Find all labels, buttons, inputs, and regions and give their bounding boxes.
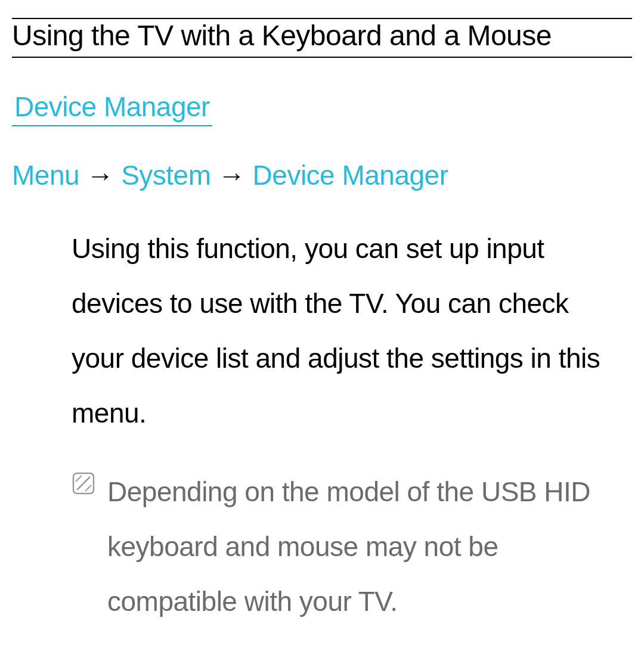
manual-page: Using the TV with a Keyboard and a Mouse… [0,0,644,658]
breadcrumb-system[interactable]: System [121,160,210,191]
arrow-right-icon: → [218,160,246,191]
page-title: Using the TV with a Keyboard and a Mouse [12,20,632,52]
note-row: Depending on the model of the USB HID ke… [72,464,620,629]
breadcrumb-device-manager[interactable]: Device Manager [253,160,448,191]
breadcrumb-menu[interactable]: Menu [12,160,79,191]
keyboard-settings-link[interactable]: Keyboard Settings [86,653,305,658]
note-text: Depending on the model of the USB HID ke… [107,464,620,629]
note-icon [72,471,95,495]
arrow-right-icon: → [86,160,114,191]
body-paragraph: Using this function, you can set up inpu… [72,221,620,440]
title-rule: Using the TV with a Keyboard and a Mouse [12,18,632,58]
content-block: Using this function, you can set up inpu… [72,221,620,658]
breadcrumb: Menu → System → Device Manager [12,159,632,191]
section-underline: Device Manager [12,91,212,126]
section-heading[interactable]: Device Manager [14,91,210,122]
list-item: Keyboard Settings [60,653,620,658]
svg-line-3 [85,485,91,491]
svg-line-2 [76,476,82,482]
